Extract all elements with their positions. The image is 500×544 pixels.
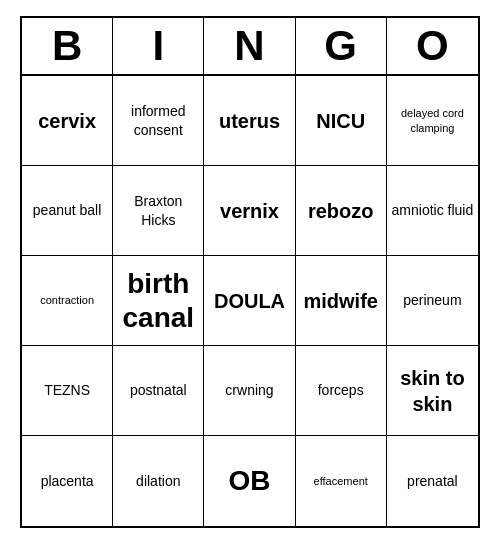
bingo-card: BINGO cervixinformed consentuterusNICUde… [20, 16, 480, 528]
bingo-cell-3[interactable]: NICU [296, 76, 387, 166]
header-letter-G: G [296, 18, 387, 74]
cell-text: perineum [403, 291, 461, 309]
cell-text: contraction [40, 293, 94, 307]
bingo-cell-23[interactable]: effacement [296, 436, 387, 526]
cell-text: placenta [41, 472, 94, 490]
cell-text: crwning [225, 381, 273, 399]
bingo-cell-13[interactable]: midwife [296, 256, 387, 346]
bingo-cell-12[interactable]: DOULA [204, 256, 295, 346]
bingo-cell-15[interactable]: TEZNS [22, 346, 113, 436]
cell-text: amniotic fluid [392, 201, 474, 219]
cell-text: informed consent [117, 102, 199, 138]
bingo-cell-14[interactable]: perineum [387, 256, 478, 346]
bingo-cell-0[interactable]: cervix [22, 76, 113, 166]
bingo-cell-21[interactable]: dilation [113, 436, 204, 526]
bingo-header: BINGO [22, 18, 478, 76]
bingo-cell-11[interactable]: birth canal [113, 256, 204, 346]
cell-text: NICU [316, 108, 365, 134]
bingo-cell-10[interactable]: contraction [22, 256, 113, 346]
header-letter-I: I [113, 18, 204, 74]
header-letter-B: B [22, 18, 113, 74]
bingo-cell-19[interactable]: skin to skin [387, 346, 478, 436]
bingo-cell-2[interactable]: uterus [204, 76, 295, 166]
bingo-grid: cervixinformed consentuterusNICUdelayed … [22, 76, 478, 526]
bingo-cell-17[interactable]: crwning [204, 346, 295, 436]
bingo-cell-22[interactable]: OB [204, 436, 295, 526]
cell-text: birth canal [117, 267, 199, 334]
cell-text: skin to skin [391, 365, 474, 417]
bingo-cell-24[interactable]: prenatal [387, 436, 478, 526]
cell-text: rebozo [308, 198, 374, 224]
cell-text: dilation [136, 472, 180, 490]
cell-text: cervix [38, 108, 96, 134]
cell-text: uterus [219, 108, 280, 134]
cell-text: Braxton Hicks [117, 192, 199, 228]
bingo-cell-20[interactable]: placenta [22, 436, 113, 526]
cell-text: TEZNS [44, 381, 90, 399]
bingo-cell-1[interactable]: informed consent [113, 76, 204, 166]
cell-text: delayed cord clamping [391, 106, 474, 135]
bingo-cell-9[interactable]: amniotic fluid [387, 166, 478, 256]
bingo-cell-6[interactable]: Braxton Hicks [113, 166, 204, 256]
bingo-cell-4[interactable]: delayed cord clamping [387, 76, 478, 166]
cell-text: prenatal [407, 472, 458, 490]
cell-text: effacement [314, 474, 368, 488]
bingo-cell-18[interactable]: forceps [296, 346, 387, 436]
header-letter-O: O [387, 18, 478, 74]
cell-text: peanut ball [33, 201, 102, 219]
cell-text: vernix [220, 198, 279, 224]
bingo-cell-16[interactable]: postnatal [113, 346, 204, 436]
cell-text: OB [228, 464, 270, 498]
header-letter-N: N [204, 18, 295, 74]
cell-text: DOULA [214, 288, 285, 314]
bingo-cell-5[interactable]: peanut ball [22, 166, 113, 256]
bingo-cell-8[interactable]: rebozo [296, 166, 387, 256]
bingo-cell-7[interactable]: vernix [204, 166, 295, 256]
cell-text: postnatal [130, 381, 187, 399]
cell-text: forceps [318, 381, 364, 399]
cell-text: midwife [303, 288, 377, 314]
